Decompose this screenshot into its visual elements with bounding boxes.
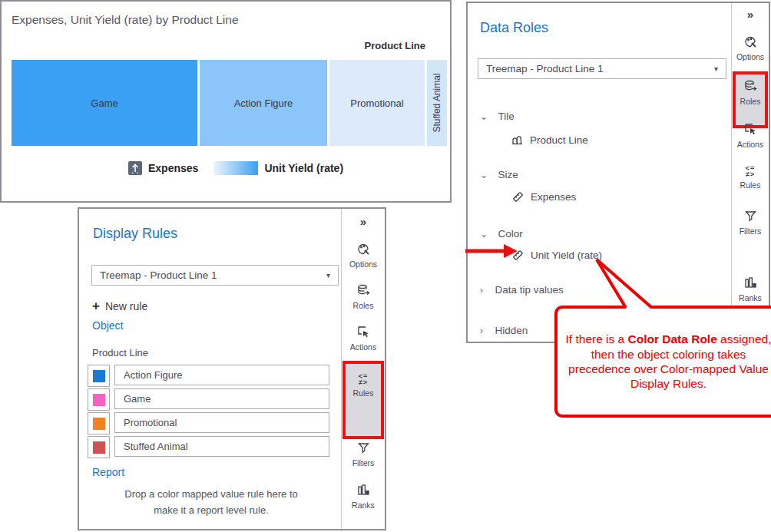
ranks-bars-icon	[744, 276, 757, 289]
object-link[interactable]: Object	[92, 319, 123, 332]
object-selector-value: Treemap - Product Line 1	[486, 63, 604, 74]
rail-options-button[interactable]: Options	[732, 35, 769, 61]
chevron-right-icon: ›	[480, 285, 483, 296]
annotation-arrow	[464, 243, 519, 259]
rule-value-box[interactable]: Promotional	[114, 412, 329, 433]
rail-filters-button[interactable]: Filters	[342, 441, 385, 468]
collapse-panel-button[interactable]: »	[342, 215, 385, 228]
field-product-line[interactable]: Product Line	[511, 134, 588, 146]
treemap-title: Expenses, Unit Yield (rate) by Product L…	[12, 13, 239, 27]
tile-label: Stuffed Animal	[432, 73, 442, 132]
tile-label: Action Figure	[234, 97, 293, 109]
report-link[interactable]: Report	[92, 466, 124, 478]
section-hidden[interactable]: › Hidden	[480, 323, 528, 337]
ranks-bars-icon	[357, 484, 370, 497]
rail-filters-button[interactable]: Filters	[732, 210, 769, 236]
chevron-down-icon: ⌄	[480, 111, 488, 122]
display-rules-panel: Display Rules Treemap - Product Line 1 ▾…	[78, 207, 386, 530]
object-selector-dropdown[interactable]: Treemap - Product Line 1 ▾	[478, 58, 726, 79]
section-data-tip-values[interactable]: › Data tip values	[480, 283, 564, 296]
measure-ruler-icon	[511, 190, 524, 203]
section-size[interactable]: ⌄ Size	[480, 167, 518, 181]
data-roles-icon	[744, 80, 757, 93]
plus-icon: +	[92, 299, 100, 313]
annotation-callout: If there is a Color Data Role assigned, …	[554, 306, 771, 418]
collapse-panel-button[interactable]: »	[732, 8, 769, 21]
rule-value: Stuffed Animal	[124, 441, 188, 452]
rule-value: Action Figure	[124, 369, 183, 381]
rail-rules-button[interactable]: <=≠> Rules	[732, 165, 769, 190]
rail-rules-button-highlighted[interactable]: <=≠> Rules	[342, 361, 384, 439]
palette-icon	[357, 243, 370, 256]
swatch-color	[93, 441, 105, 454]
rail-actions-button[interactable]: Actions	[732, 123, 769, 149]
data-roles-title: Data Roles	[480, 20, 548, 36]
tile-label: Game	[91, 97, 117, 109]
treemap-tile-promotional[interactable]: Promotional	[329, 60, 425, 146]
object-selector-dropdown[interactable]: Treemap - Product Line 1 ▾	[91, 265, 339, 286]
treemap-legend: Expenses Unit Yield (rate)	[128, 161, 343, 175]
color-gradient-bar	[213, 161, 258, 175]
chevron-right-icon: ›	[480, 325, 483, 336]
rail-ranks-button[interactable]: Ranks	[732, 276, 769, 302]
size-legend-icon	[128, 161, 142, 175]
rule-color-swatch[interactable]	[88, 436, 110, 458]
chevron-down-icon: ▾	[326, 271, 330, 279]
annotation-callout-tail	[588, 256, 659, 311]
treemap-legend-title: Product Line	[365, 40, 425, 51]
rule-color-swatch[interactable]	[88, 388, 110, 411]
chevron-down-icon: ⌄	[480, 229, 488, 240]
display-rules-rail: » Options Roles Action	[341, 209, 385, 529]
rail-actions-button[interactable]: Actions	[342, 325, 385, 352]
drop-hint: Drop a color mapped value rule here to m…	[79, 487, 343, 519]
rule-value: Promotional	[124, 417, 177, 428]
treemap-tile-game[interactable]: Game	[12, 60, 197, 146]
chevron-down-icon: ⌄	[480, 170, 488, 180]
rule-value-box[interactable]: Game	[114, 388, 329, 409]
data-roles-rail: » Options Roles	[731, 3, 769, 342]
section-color[interactable]: ⌄ Color	[480, 226, 523, 240]
section-tile[interactable]: ⌄ Tile	[480, 109, 515, 123]
rules-group-label: Product Line	[92, 347, 148, 359]
object-selector-value: Treemap - Product Line 1	[100, 269, 217, 281]
rule-color-swatch[interactable]	[88, 412, 110, 435]
actions-cursor-icon	[744, 123, 757, 136]
rail-roles-button[interactable]: Roles	[342, 284, 385, 310]
display-rules-icon: <=≠>	[359, 373, 369, 385]
palette-icon	[744, 35, 757, 48]
rail-roles-button-highlighted[interactable]: Roles	[733, 71, 768, 128]
filter-funnel-icon	[357, 441, 370, 454]
display-rules-icon: <=≠>	[746, 165, 756, 177]
data-roles-icon	[357, 284, 370, 297]
tile-label: Promotional	[350, 97, 403, 109]
treemap-tiles: Game Action Figure Promotional Stuffed A…	[12, 60, 447, 146]
treemap-tile-action-figure[interactable]: Action Figure	[200, 60, 327, 146]
treemap-panel: Expenses, Unit Yield (rate) by Product L…	[0, 0, 452, 203]
chevron-down-icon: ▾	[714, 64, 718, 73]
rule-color-swatch[interactable]	[88, 365, 110, 387]
treemap-tile-stuffed-animal[interactable]: Stuffed Animal	[427, 60, 447, 146]
rail-ranks-button[interactable]: Ranks	[342, 484, 385, 510]
swatch-color	[93, 394, 105, 406]
category-icon	[511, 134, 524, 146]
size-legend-label: Expenses	[148, 162, 198, 174]
display-rules-title: Display Rules	[93, 226, 177, 242]
color-legend-label: Unit Yield (rate)	[264, 162, 343, 174]
filter-funnel-icon	[744, 210, 757, 223]
swatch-color	[93, 418, 105, 430]
swatch-color	[93, 370, 105, 382]
rule-value: Game	[124, 393, 151, 405]
rule-value-box[interactable]: Action Figure	[114, 365, 329, 385]
new-rule-button[interactable]: +New rule	[92, 299, 147, 314]
rule-value-box[interactable]: Stuffed Animal	[114, 436, 329, 457]
field-expenses[interactable]: Expenses	[511, 190, 576, 203]
rail-options-button[interactable]: Options	[342, 243, 385, 269]
actions-cursor-icon	[357, 325, 370, 339]
